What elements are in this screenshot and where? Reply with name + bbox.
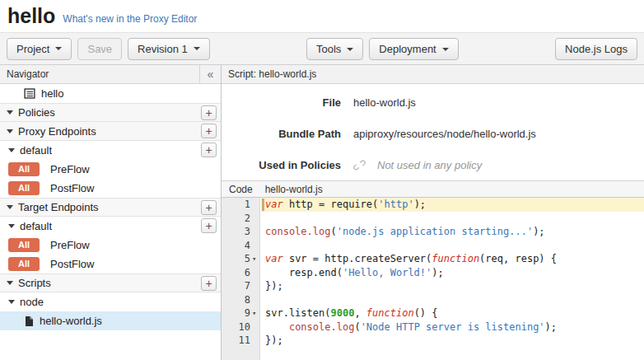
caret-down-icon[interactable] xyxy=(7,281,13,285)
fold-toggle-icon[interactable]: ▾ xyxy=(250,252,259,266)
nav-item-label: Scripts xyxy=(18,277,51,289)
caret-down-icon[interactable] xyxy=(7,205,13,209)
code-token: resp.end( xyxy=(265,267,343,278)
nav-item-label: Proxy Endpoints xyxy=(18,125,96,138)
caret-down-icon[interactable] xyxy=(8,300,15,304)
nav-item-label: default xyxy=(20,220,52,232)
add-policies-button[interactable]: + xyxy=(201,105,217,120)
field-value: Not used in any policy xyxy=(353,159,482,171)
code-token: svr.listen( xyxy=(265,307,330,319)
add-proxy-endpoints-button[interactable]: + xyxy=(201,124,217,138)
add-target-endpoints-button[interactable]: + xyxy=(201,200,217,215)
page-title: hello xyxy=(7,6,55,26)
field-value-text: apiproxy/resources/node/hello-world.js xyxy=(353,128,536,140)
line-number-text: 4 xyxy=(245,239,250,253)
proxy-overview-icon xyxy=(24,88,35,99)
nav-item-postflow[interactable]: AllPostFlow xyxy=(0,179,221,198)
nav-item-default[interactable]: default+ xyxy=(0,141,221,160)
nav-item-preflow[interactable]: AllPreFlow xyxy=(0,236,221,255)
line-number-text: 10 xyxy=(239,320,250,334)
deployment-menu-button[interactable]: Deployment xyxy=(369,38,458,60)
tools-menu-button[interactable]: Tools xyxy=(306,38,363,60)
line-number-text: 2 xyxy=(245,212,250,226)
nav-item-default[interactable]: default+ xyxy=(0,217,221,236)
nav-item-label: node xyxy=(20,296,44,308)
project-menu-button[interactable]: Project xyxy=(7,38,72,60)
code-line[interactable]: var http = require('http'); xyxy=(261,198,644,212)
code-token: 9000 xyxy=(330,307,354,319)
nav-item-policies[interactable]: Policies+ xyxy=(0,103,221,122)
caret-down-icon[interactable] xyxy=(8,148,15,152)
navigator-panel: Navigator « helloPolicies+Proxy Endpoint… xyxy=(0,65,222,360)
code-line[interactable]: }); xyxy=(261,334,644,348)
nav-item-target-endpoints[interactable]: Target Endpoints+ xyxy=(0,198,221,217)
add-scripts-button[interactable]: + xyxy=(201,276,217,291)
chevron-down-icon xyxy=(442,48,449,51)
all-badge: All xyxy=(8,257,40,271)
add-default-button[interactable]: + xyxy=(201,143,217,157)
code-line[interactable] xyxy=(261,239,644,253)
navigator-title: Navigator xyxy=(7,68,49,80)
code-line[interactable]: resp.end('Hello, World!'); xyxy=(261,266,644,280)
code-line[interactable]: svr.listen(9000, function() { xyxy=(261,306,644,320)
editor-lines: var http = require('http');console.log('… xyxy=(261,198,644,348)
nav-item-label: PreFlow xyxy=(50,163,90,175)
line-number: 10 xyxy=(222,320,259,334)
code-line[interactable] xyxy=(261,293,644,307)
code-token: 'http' xyxy=(378,199,413,210)
code-token: () { xyxy=(414,307,438,319)
field-row-used-in-policies: Used in PoliciesNot used in any policy xyxy=(222,149,644,180)
code-token: var xyxy=(265,253,283,264)
field-value: hello-world.js xyxy=(353,96,416,109)
field-row-file: Filehello-world.js xyxy=(222,86,644,118)
code-token: ); xyxy=(414,199,426,210)
code-line[interactable]: var svr = http.createServer(function(req… xyxy=(261,252,644,266)
caret-down-icon[interactable] xyxy=(7,129,13,133)
code-token: 'Hello, World!' xyxy=(343,267,432,278)
code-token: ); xyxy=(432,267,443,278)
nav-item-label: hello-world.js xyxy=(40,315,102,327)
navigator-header: Navigator « xyxy=(0,65,221,84)
code-line[interactable] xyxy=(261,212,644,226)
chevron-down-icon xyxy=(55,47,62,50)
nav-item-preflow[interactable]: AllPreFlow xyxy=(0,160,221,179)
script-info: Filehello-world.jsBundle Pathapiproxy/re… xyxy=(222,84,644,180)
field-label: File xyxy=(222,96,341,109)
line-number-text: 9 xyxy=(245,306,250,320)
fold-toggle-icon[interactable]: ▾ xyxy=(250,306,259,320)
revision-menu-button[interactable]: Revision 1 xyxy=(128,38,210,60)
field-value-text: hello-world.js xyxy=(353,96,416,109)
caret-down-icon[interactable] xyxy=(8,224,15,228)
code-token: http = require( xyxy=(283,199,379,210)
line-number: 7 xyxy=(222,279,259,293)
field-label: Used in Policies xyxy=(222,159,341,171)
line-number: 2 xyxy=(222,212,259,226)
line-number-text: 1 xyxy=(245,198,250,212)
field-label: Bundle Path xyxy=(222,128,341,140)
collapse-sidebar-button[interactable]: « xyxy=(199,65,221,84)
nav-item-hello-world-js[interactable]: hello-world.js xyxy=(0,311,221,330)
code-line[interactable]: console.log('node.js application startin… xyxy=(261,225,644,239)
save-button[interactable]: Save xyxy=(77,38,122,60)
line-number-text: 7 xyxy=(245,279,250,293)
project-menu-label: Project xyxy=(16,43,49,55)
nav-item-postflow[interactable]: AllPostFlow xyxy=(0,255,221,274)
code-line[interactable]: }); xyxy=(261,279,644,293)
caret-down-icon[interactable] xyxy=(7,110,13,115)
code-token: }); xyxy=(265,280,283,292)
whats-new-link[interactable]: What's new in the Proxy Editor xyxy=(63,13,197,25)
code-editor[interactable]: 12345▾6789▾1011 var http = require('http… xyxy=(222,198,644,360)
code-line[interactable]: console.log('Node HTTP server is listeni… xyxy=(261,320,644,334)
nav-item-node[interactable]: node xyxy=(0,292,221,311)
all-badge: All xyxy=(8,238,40,252)
nav-item-hello[interactable]: hello xyxy=(0,84,221,103)
nav-item-proxy-endpoints[interactable]: Proxy Endpoints+ xyxy=(0,122,221,141)
nodejs-logs-button[interactable]: Node.js Logs xyxy=(555,38,637,60)
nav-item-scripts[interactable]: Scripts+ xyxy=(0,274,221,292)
toolbar: Project Save Revision 1 Tools Deployment… xyxy=(0,32,644,65)
add-default-button[interactable]: + xyxy=(201,218,217,233)
line-number-text: 5 xyxy=(245,252,250,266)
code-token: console.log xyxy=(265,226,330,237)
line-number-text: 3 xyxy=(245,225,250,239)
code-filename: hello-world.js xyxy=(265,184,323,195)
